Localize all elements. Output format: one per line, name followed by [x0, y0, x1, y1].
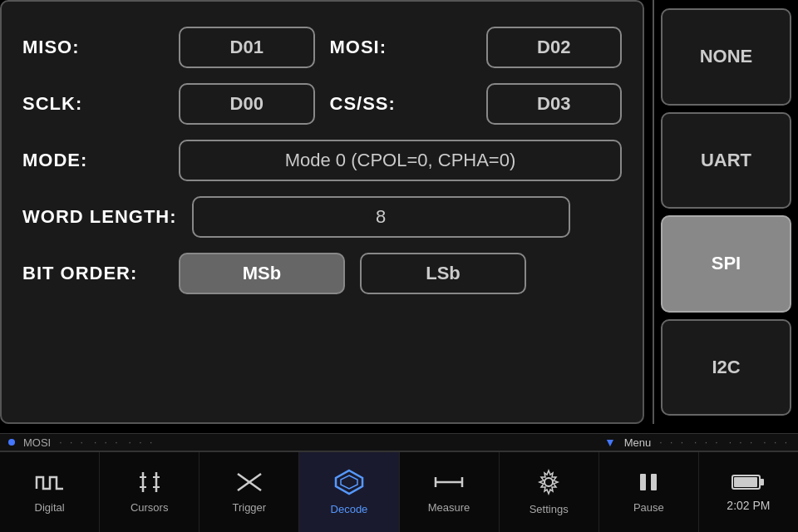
mosi-button[interactable]: D02: [486, 27, 623, 68]
word-length-row: WORD LENGTH: 8: [22, 196, 622, 238]
settings-icon: [534, 469, 564, 500]
svg-rect-17: [734, 477, 757, 487]
battery-icon: [732, 472, 765, 495]
measure-tool[interactable]: Measure: [400, 452, 500, 532]
pause-label: Pause: [633, 501, 664, 514]
bottom-toolbar: Digital Cursors Trigger: [0, 451, 798, 532]
lsb-button[interactable]: LSb: [360, 253, 526, 294]
word-length-button[interactable]: 8: [192, 196, 570, 238]
bit-order-label: BIT ORDER:: [22, 263, 164, 284]
spi-button[interactable]: SPI: [661, 215, 791, 313]
word-length-label: WORD LENGTH:: [22, 206, 177, 228]
none-button[interactable]: NONE: [661, 8, 791, 106]
status-dots-right2: · · ·: [694, 436, 721, 448]
time-display: 2:02 PM: [727, 499, 770, 512]
svg-marker-9: [341, 475, 357, 489]
time-tool[interactable]: 2:02 PM: [699, 452, 798, 532]
pause-icon: [633, 470, 663, 498]
digital-icon: [35, 470, 65, 498]
bit-order-row: BIT ORDER: MSb LSb: [22, 253, 622, 294]
mode-label: MODE:: [22, 150, 164, 171]
protocol-sidebar: NONE UART SPI I2C: [653, 0, 798, 424]
measure-label: Measure: [428, 501, 470, 514]
status-dots-left: · · ·: [59, 436, 86, 448]
svg-point-13: [544, 478, 553, 486]
sclk-label: SCLK:: [22, 93, 164, 115]
miso-mosi-row: MISO: D01 MOSI: D02: [22, 27, 622, 68]
cursors-label: Cursors: [131, 501, 169, 514]
menu-arrow: ▼: [604, 436, 616, 449]
csss-label: CS/SS:: [330, 93, 471, 115]
csss-button[interactable]: D03: [486, 83, 623, 125]
svg-rect-18: [760, 479, 764, 485]
mode-row: MODE: Mode 0 (CPOL=0, CPHA=0): [22, 140, 622, 181]
svg-rect-15: [651, 474, 657, 490]
pause-tool[interactable]: Pause: [599, 452, 699, 532]
svg-rect-14: [640, 474, 646, 490]
uart-button[interactable]: UART: [661, 112, 791, 209]
settings-label: Settings: [530, 503, 569, 515]
sclk-button[interactable]: D00: [179, 83, 315, 125]
trigger-tool[interactable]: Trigger: [200, 452, 299, 532]
trigger-icon: [234, 470, 264, 498]
status-bar: MOSI · · · · · · · · · ▼ Menu · · · · · …: [0, 433, 798, 451]
status-indicator: [8, 439, 15, 446]
mode-button[interactable]: Mode 0 (CPOL=0, CPHA=0): [179, 140, 622, 181]
main-panel: MISO: D01 MOSI: D02 SCLK: D00 CS/SS: D03…: [0, 0, 644, 424]
digital-tool[interactable]: Digital: [0, 452, 100, 532]
status-dots-right1: · · ·: [659, 436, 686, 448]
decode-tool[interactable]: Decode: [299, 452, 399, 532]
cursors-tool[interactable]: Cursors: [100, 452, 200, 532]
status-dots-mid2: · · ·: [129, 436, 155, 448]
svg-marker-8: [336, 470, 362, 494]
measure-icon: [434, 470, 464, 498]
status-dots-right4: · · ·: [763, 436, 790, 448]
status-dots-right3: · · ·: [729, 436, 756, 448]
settings-tool[interactable]: Settings: [500, 452, 599, 532]
i2c-button[interactable]: I2C: [661, 319, 791, 416]
mosi-label: MOSI:: [330, 37, 471, 58]
miso-label: MISO:: [22, 37, 164, 58]
cursors-icon: [135, 470, 165, 498]
decode-label: Decode: [331, 503, 368, 515]
status-dots-mid1: · · ·: [94, 436, 121, 448]
digital-label: Digital: [35, 501, 65, 514]
channel-name: MOSI: [23, 436, 51, 449]
menu-label: Menu: [624, 436, 652, 449]
miso-button[interactable]: D01: [179, 27, 315, 68]
trigger-label: Trigger: [232, 501, 266, 514]
msb-button[interactable]: MSb: [179, 253, 345, 294]
decode-icon: [334, 469, 364, 500]
sclk-csss-row: SCLK: D00 CS/SS: D03: [22, 83, 622, 125]
